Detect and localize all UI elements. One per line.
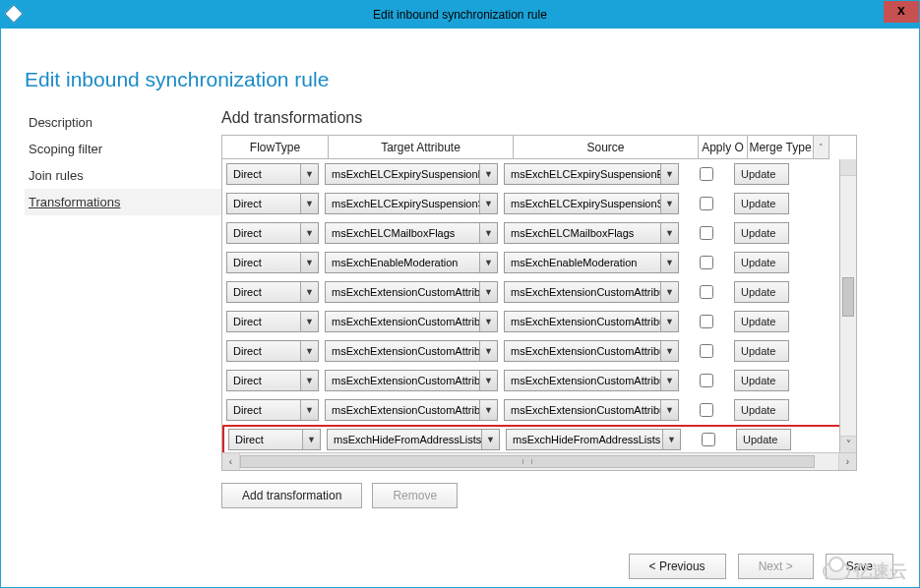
flowtype-combo[interactable]: Direct▼ [226,163,319,185]
apply-once-checkbox[interactable] [700,403,713,417]
chevron-down-icon[interactable]: ▼ [660,282,678,302]
chevron-down-icon[interactable]: ▼ [479,253,497,272]
source-combo[interactable]: msExchHideFromAddressLists▼ [506,429,681,450]
h-scroll-thumb[interactable] [240,455,815,468]
source-combo[interactable]: msExchELCMailboxFlags▼ [504,222,679,244]
apply-once-checkbox[interactable] [700,285,713,299]
next-button[interactable]: Next > [738,554,814,579]
merge-type-button[interactable]: Update [734,370,789,391]
target-attribute-combo[interactable]: msExchExtensionCustomAttribute2▼ [325,311,498,332]
nav-join-rules[interactable]: Join rules [25,162,221,189]
chevron-down-icon[interactable]: ▼ [660,223,678,243]
source-combo[interactable]: msExchExtensionCustomAttribute3▼ [504,340,679,362]
chevron-down-icon[interactable]: ▼ [300,312,318,331]
flowtype-combo[interactable]: Direct▼ [226,193,319,214]
apply-once-checkbox[interactable] [700,315,713,328]
merge-type-button[interactable]: Update [734,252,789,273]
chevron-down-icon[interactable]: ▼ [479,312,497,331]
flowtype-combo[interactable]: Direct▼ [226,222,319,244]
target-attribute-combo[interactable]: msExchELCMailboxFlags▼ [325,222,498,244]
chevron-down-icon[interactable]: ▼ [479,164,497,184]
chevron-down-icon[interactable]: ▼ [660,253,678,272]
chevron-down-icon[interactable]: ▼ [479,400,497,420]
merge-type-button[interactable]: Update [734,281,789,303]
flowtype-combo[interactable]: Direct▼ [228,429,321,450]
vertical-scroll-thumb[interactable] [842,277,854,317]
chevron-down-icon[interactable]: ▼ [481,430,499,449]
merge-type-button[interactable]: Update [736,429,791,450]
chevron-down-icon[interactable]: ▼ [479,194,497,213]
chevron-down-icon[interactable]: ▼ [300,253,318,272]
apply-once-checkbox[interactable] [700,197,713,210]
source-combo[interactable]: msExchEnableModeration▼ [504,252,679,273]
chevron-down-icon[interactable]: ▼ [479,341,497,361]
nav-scoping-filter[interactable]: Scoping filter [25,136,221,162]
flowtype-combo[interactable]: Direct▼ [226,399,319,421]
chevron-down-icon[interactable]: ▼ [660,312,678,331]
save-button[interactable]: Save [826,554,893,579]
flowtype-combo[interactable]: Direct▼ [226,340,319,362]
chevron-down-icon[interactable]: ▼ [662,430,680,449]
chevron-down-icon[interactable]: ▼ [479,371,497,390]
chevron-down-icon[interactable]: ▼ [300,282,318,302]
target-attribute-combo[interactable]: msExchExtensionCustomAttribute3▼ [325,340,498,362]
apply-once-checkbox[interactable] [700,374,713,387]
target-attribute-combo[interactable]: msExchExtensionCustomAttribute4▼ [325,370,498,391]
chevron-down-icon[interactable]: ▼ [660,164,678,184]
target-attribute-combo[interactable]: msExchExtensionCustomAttribute1▼ [325,281,498,303]
chevron-down-icon[interactable]: ▼ [300,194,318,213]
chevron-down-icon[interactable]: ▼ [660,341,678,361]
flowtype-combo[interactable]: Direct▼ [226,252,319,273]
chevron-down-icon[interactable]: ▼ [300,371,318,390]
chevron-down-icon[interactable]: ▼ [479,223,497,243]
chevron-down-icon[interactable]: ▼ [300,341,318,361]
target-attribute-combo[interactable]: msExchELCExpirySuspensionStart▼ [325,193,498,214]
source-value: msExchELCMailboxFlags [505,223,660,243]
scroll-left-icon[interactable]: ‹ [222,453,240,470]
target-attribute-combo[interactable]: msExchExtensionCustomAttribute5▼ [325,399,498,421]
remove-button[interactable]: Remove [372,483,458,508]
horizontal-scrollbar[interactable]: ‹ › [222,452,856,470]
apply-once-checkbox[interactable] [700,256,713,269]
previous-button[interactable]: < Previous [629,554,726,579]
apply-once-checkbox[interactable] [700,226,713,240]
flowtype-combo[interactable]: Direct▼ [226,281,319,303]
nav-transformations[interactable]: Transformations [25,189,221,215]
source-combo[interactable]: msExchExtensionCustomAttribute5▼ [504,399,679,421]
chevron-down-icon[interactable]: ▼ [660,371,678,390]
apply-once-checkbox[interactable] [702,433,715,446]
merge-type-button[interactable]: Update [734,193,789,214]
scroll-up-icon[interactable] [840,159,856,176]
chevron-down-icon[interactable]: ▼ [300,223,318,243]
chevron-down-icon[interactable]: ▼ [479,282,497,302]
source-combo[interactable]: msExchELCExpirySuspensionStart▼ [504,193,679,214]
scroll-right-icon[interactable]: › [838,453,856,470]
chevron-down-icon[interactable]: ▼ [302,430,320,449]
source-combo[interactable]: msExchExtensionCustomAttribute1▼ [504,281,679,303]
nav-description[interactable]: Description [25,109,221,136]
vertical-scrollbar[interactable]: ˅ [839,159,856,452]
add-transformation-button[interactable]: Add transformation [221,483,362,508]
source-combo[interactable]: msExchELCExpirySuspensionEnd▼ [504,163,679,185]
merge-type-button[interactable]: Update [734,222,789,244]
chevron-down-icon[interactable]: ▼ [660,400,678,420]
source-combo[interactable]: msExchExtensionCustomAttribute4▼ [504,370,679,391]
chevron-down-icon[interactable]: ▼ [300,164,318,184]
chevron-down-icon[interactable]: ▼ [660,194,678,213]
flowtype-combo[interactable]: Direct▼ [226,370,319,391]
chevron-down-icon[interactable]: ▼ [300,400,318,420]
target-attribute-combo[interactable]: msExchEnableModeration▼ [325,252,498,273]
merge-type-button[interactable]: Update [734,311,789,332]
merge-type-button[interactable]: Update [734,340,789,362]
source-combo[interactable]: msExchExtensionCustomAttribute2▼ [504,311,679,332]
target-attribute-combo[interactable]: msExchHideFromAddressLists▼ [327,429,500,450]
target-attribute-combo[interactable]: msExchELCExpirySuspensionEnd▼ [325,163,498,185]
merge-type-button[interactable]: Update [734,163,789,185]
apply-once-checkbox[interactable] [700,167,713,181]
close-button[interactable]: x [884,1,919,23]
apply-once-checkbox[interactable] [700,344,713,358]
merge-type-button[interactable]: Update [734,399,789,421]
scroll-down-icon[interactable]: ˅ [840,436,856,452]
flowtype-combo[interactable]: Direct▼ [226,311,319,332]
h-scroll-track[interactable] [240,453,838,470]
